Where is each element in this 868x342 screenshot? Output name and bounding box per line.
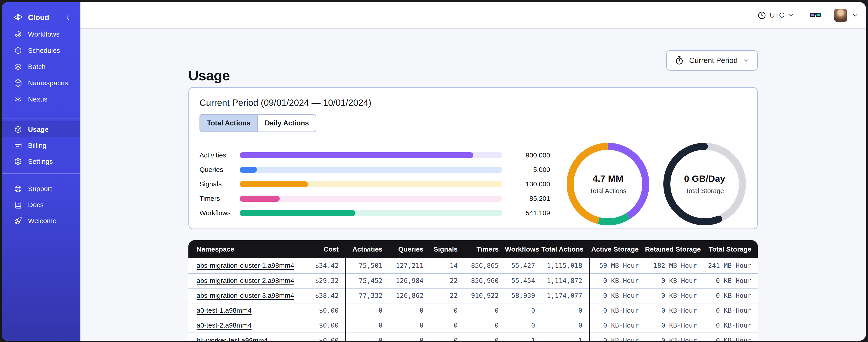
billing-card-icon: [14, 141, 22, 149]
labs-mode-toggle[interactable]: [809, 9, 822, 22]
retained_storage-cell: 0 KB-Hour: [645, 318, 703, 333]
bar-label: Signals: [199, 180, 240, 188]
page-title: Usage: [188, 67, 230, 83]
user-menu[interactable]: [834, 9, 859, 22]
workflows-cell: 0: [505, 318, 541, 333]
timers-cell: 0: [464, 333, 505, 341]
queries-cell: 126,862: [389, 288, 430, 303]
column-header-retained_storage: Retained Storage: [645, 240, 703, 258]
sidebar-item-label: Schedules: [28, 47, 60, 55]
sidebar-item-settings[interactable]: Settings: [2, 153, 81, 169]
bar-row-signals: Signals130,000: [199, 177, 550, 191]
bar-fill: [240, 196, 280, 202]
actions-view-tabs: Total ActionsDaily Actions: [199, 114, 316, 132]
total_actions-cell: 1,174,077: [541, 288, 589, 303]
bar-value: 5,000: [511, 166, 550, 173]
title-row: Usage Current Period: [188, 50, 758, 83]
sidebar-nav-account: UsageBillingSettings: [2, 122, 81, 169]
timers-cell: 0: [464, 303, 505, 318]
namespace-cell: a0-test-2.a98mm4: [188, 318, 308, 333]
bar-value: 541,109: [511, 209, 550, 217]
table-row: abs-migration-cluster-1.a98mm4$34.4275,5…: [188, 258, 758, 273]
activities-cell: 75,501: [346, 258, 389, 273]
namespace-cell: abs-migration-cluster-2.a98mm4: [188, 273, 308, 288]
timers-cell: 0: [464, 318, 505, 333]
workflows-cell: 58,939: [505, 288, 541, 303]
bar-fill: [240, 152, 473, 158]
activities-cell: 0: [346, 303, 389, 318]
cost-cell: $34.42: [308, 258, 345, 273]
tab-total-actions[interactable]: Total Actions: [200, 115, 258, 132]
bar-label: Queries: [199, 166, 240, 173]
bar-label: Activities: [199, 151, 240, 159]
sidebar-item-support[interactable]: Support: [2, 181, 81, 197]
chevron-down-icon: [852, 12, 859, 19]
sidebar-item-label: Namespaces: [28, 79, 68, 87]
sidebar-item-billing[interactable]: Billing: [2, 137, 81, 153]
sidebar: Cloud WorkflowsSchedulesBatchNamespacesN…: [2, 2, 81, 341]
sidebar-nav-footer: SupportDocsWelcome: [2, 181, 81, 229]
period-selector-label: Current Period: [689, 56, 738, 65]
total_actions-cell: 1: [541, 333, 589, 341]
queries-cell: 126,984: [389, 273, 430, 288]
sidebar-item-batch[interactable]: Batch: [2, 59, 81, 75]
brand-row: Cloud: [2, 10, 81, 25]
namespace-cell: bk-worker-test.a98mm4: [188, 333, 308, 341]
donut-value: 0 GB/Day: [684, 173, 725, 184]
column-header-workflows: Workflows: [505, 240, 541, 258]
settings-gear-icon: [14, 158, 22, 166]
signals-cell: 0: [430, 303, 464, 318]
actions-bar-chart: Activities900,000Queries5,000Signals130,…: [199, 148, 550, 220]
namespace-link[interactable]: a0-test-1.a98mm4: [196, 307, 251, 314]
brand-label: Cloud: [28, 13, 65, 22]
bar-track: [240, 210, 502, 216]
sidebar-divider: [2, 173, 81, 174]
namespace-link[interactable]: abs-migration-cluster-2.a98mm4: [196, 277, 294, 284]
cost-cell: $0.00: [308, 333, 345, 341]
active_storage-cell: 59 MB-Hour: [589, 258, 645, 273]
workflows-icon: [14, 30, 22, 38]
total_storage-cell: 0 KB-Hour: [703, 288, 758, 303]
usage-visuals: Activities900,000Queries5,000Signals130,…: [199, 142, 747, 226]
timezone-selector[interactable]: UTC: [757, 11, 794, 20]
welcome-rocket-icon: [14, 217, 22, 225]
sidebar-item-namespaces[interactable]: Namespaces: [2, 75, 81, 91]
total_actions-cell: 1,115,018: [541, 258, 589, 273]
sidebar-item-welcome[interactable]: Welcome: [2, 213, 81, 229]
cost-cell: $38.42: [308, 288, 345, 303]
column-header-timers: Timers: [464, 240, 505, 258]
sidebar-item-docs[interactable]: Docs: [2, 197, 81, 213]
namespace-link[interactable]: abs-migration-cluster-3.a98mm4: [196, 292, 294, 299]
sidebar-item-nexus[interactable]: Nexus: [2, 91, 81, 107]
sidebar-nav-main: WorkflowsSchedulesBatchNamespacesNexus: [2, 26, 81, 107]
donut-center: 4.7 MMTotal Actions: [566, 142, 650, 226]
signals-cell: 0: [430, 333, 464, 341]
sidebar-item-label: Settings: [28, 158, 53, 165]
sidebar-item-schedules[interactable]: Schedules: [2, 42, 81, 59]
table-row: abs-migration-cluster-3.a98mm4$38.4277,3…: [188, 288, 758, 303]
namespace-link[interactable]: bk-worker-test.a98mm4: [196, 337, 268, 341]
sidebar-item-label: Support: [28, 185, 52, 193]
retained_storage-cell: 0 KB-Hour: [645, 288, 703, 303]
column-header-total_storage: Total Storage: [703, 240, 758, 258]
signals-cell: 0: [430, 318, 464, 333]
column-header-cost: Cost: [308, 240, 345, 258]
column-header-activities: Activities: [346, 240, 389, 258]
donut-value: 4.7 MM: [593, 173, 624, 184]
total_storage-cell: 0 KB-Hour: [703, 318, 758, 333]
sidebar-item-usage[interactable]: Usage: [2, 122, 81, 137]
table-row: bk-worker-test.a98mm4$0.000000110 KB-Hou…: [188, 333, 758, 341]
namespace-link[interactable]: abs-migration-cluster-1.a98mm4: [196, 262, 294, 269]
activities-cell: 0: [346, 333, 389, 341]
tab-daily-actions[interactable]: Daily Actions: [258, 115, 316, 132]
sidebar-item-label: Welcome: [28, 217, 57, 225]
sidebar-item-workflows[interactable]: Workflows: [2, 26, 81, 42]
total_storage-cell: 0 KB-Hour: [703, 273, 758, 288]
namespace-link[interactable]: a0-test-2.a98mm4: [196, 321, 251, 329]
bar-fill: [240, 210, 355, 216]
sidebar-collapse-button[interactable]: [65, 14, 71, 21]
sidebar-item-label: Billing: [28, 142, 46, 149]
sidebar-divider: [2, 118, 81, 118]
sidebar-item-label: Batch: [28, 63, 45, 71]
period-selector-button[interactable]: Current Period: [666, 50, 758, 71]
